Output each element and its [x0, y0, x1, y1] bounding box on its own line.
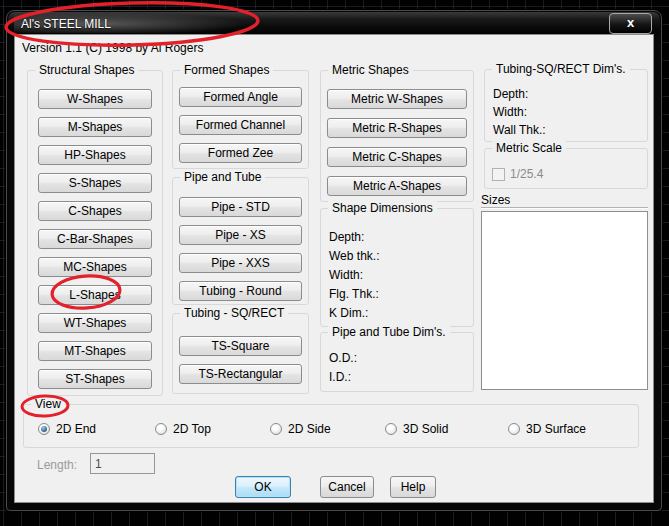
radio-3d-surface-label: 3D Surface	[526, 422, 586, 436]
formed-shapes-group: Formed Shapes Formed Angle Formed Channe…	[172, 70, 309, 169]
sizes-listbox[interactable]	[481, 211, 648, 390]
radio-2d-top[interactable]: 2D Top	[155, 422, 211, 436]
ts-rectangular-button[interactable]: TS-Rectangular	[179, 364, 302, 384]
pipe-tube-dims-group: Pipe and Tube Dim's. O.D.: I.D.:	[320, 332, 474, 392]
wt-shapes-button[interactable]: WT-Shapes	[38, 313, 152, 333]
radio-3d-surface[interactable]: 3D Surface	[508, 422, 586, 436]
view-group: View 2D End 2D Top 2D Side 3D Solid 3D S…	[23, 404, 639, 448]
radio-2d-end-label: 2D End	[56, 422, 96, 436]
s-shapes-button[interactable]: S-Shapes	[38, 173, 152, 193]
pipe-od-label: O.D.:	[329, 349, 473, 368]
pipe-xs-button[interactable]: Pipe - XS	[179, 225, 302, 245]
radio-2d-side-label: 2D Side	[288, 422, 331, 436]
c-shapes-button[interactable]: C-Shapes	[38, 201, 152, 221]
mt-shapes-button[interactable]: MT-Shapes	[38, 341, 152, 361]
dialog-client-area: Version 1.1 (C) 1998 by Al Rogers Struct…	[14, 34, 654, 503]
tubing-wall-thk-label: Wall Thk.:	[493, 121, 647, 139]
metric-scale-checkbox-row: 1/25.4	[492, 167, 543, 181]
metric-w-shapes-button[interactable]: Metric W-Shapes	[327, 89, 467, 109]
version-text: Version 1.1 (C) 1998 by Al Rogers	[22, 41, 203, 55]
cancel-button[interactable]: Cancel	[320, 476, 374, 498]
sizes-divider	[481, 207, 648, 209]
dialog-title: Al's STEEL MILL	[21, 17, 111, 31]
formed-channel-button[interactable]: Formed Channel	[179, 115, 302, 135]
metric-scale-checkbox[interactable]	[492, 168, 505, 181]
metric-shapes-group: Metric Shapes Metric W-Shapes Metric R-S…	[320, 70, 474, 202]
radio-button-icon	[270, 423, 282, 435]
radio-button-icon	[385, 423, 397, 435]
help-button[interactable]: Help	[390, 476, 436, 498]
ok-button[interactable]: OK	[235, 476, 291, 498]
hp-shapes-button[interactable]: HP-Shapes	[38, 145, 152, 165]
steel-mill-dialog: Al's STEEL MILL x Version 1.1 (C) 1998 b…	[6, 10, 662, 511]
pipe-and-tube-group: Pipe and Tube Pipe - STD Pipe - XS Pipe …	[172, 177, 309, 305]
ts-square-button[interactable]: TS-Square	[179, 336, 302, 356]
metric-scale-checkbox-label: 1/25.4	[510, 167, 543, 181]
shape-depth-label: Depth:	[329, 228, 473, 247]
c-bar-shapes-button[interactable]: C-Bar-Shapes	[38, 229, 152, 249]
radio-button-icon	[155, 423, 167, 435]
tubing-dims-group: Tubing-SQ/RECT Dim's. Depth: Width: Wall…	[484, 69, 648, 142]
radio-2d-end[interactable]: 2D End	[38, 422, 96, 436]
pipe-std-button[interactable]: Pipe - STD	[179, 197, 302, 217]
radio-3d-solid[interactable]: 3D Solid	[385, 422, 448, 436]
metric-scale-group-title: Metric Scale	[492, 141, 566, 155]
metric-c-shapes-button[interactable]: Metric C-Shapes	[327, 147, 467, 167]
st-shapes-button[interactable]: ST-Shapes	[38, 369, 152, 389]
pipe-xxs-button[interactable]: Pipe - XXS	[179, 253, 302, 273]
metric-scale-group: Metric Scale 1/25.4	[484, 148, 648, 189]
l-shapes-button[interactable]: L-Shapes	[38, 285, 152, 305]
tubing-width-label: Width:	[493, 103, 647, 121]
close-button[interactable]: x	[609, 13, 652, 34]
radio-3d-solid-label: 3D Solid	[403, 422, 448, 436]
formed-zee-button[interactable]: Formed Zee	[179, 143, 302, 163]
close-icon: x	[627, 15, 634, 30]
mc-shapes-button[interactable]: MC-Shapes	[38, 257, 152, 277]
view-group-title: View	[31, 397, 65, 411]
metric-r-shapes-button[interactable]: Metric R-Shapes	[327, 118, 467, 138]
sizes-label: Sizes	[481, 193, 510, 207]
dialog-titlebar[interactable]: Al's STEEL MILL	[8, 12, 660, 35]
m-shapes-button[interactable]: M-Shapes	[38, 117, 152, 137]
length-input[interactable]	[90, 453, 155, 474]
metric-a-shapes-button[interactable]: Metric A-Shapes	[327, 176, 467, 196]
shape-flg-thk-label: Flg. Thk.:	[329, 285, 473, 304]
tubing-round-button[interactable]: Tubing - Round	[179, 281, 302, 301]
shape-k-dim-label: K Dim.:	[329, 304, 473, 323]
structural-shapes-group: Structural Shapes W-Shapes M-Shapes HP-S…	[27, 70, 163, 396]
length-label: Length:	[37, 458, 77, 472]
w-shapes-button[interactable]: W-Shapes	[38, 89, 152, 109]
formed-angle-button[interactable]: Formed Angle	[179, 87, 302, 107]
tubing-depth-label: Depth:	[493, 85, 647, 103]
pipe-id-label: I.D.:	[329, 368, 473, 387]
shape-web-thk-label: Web thk.:	[329, 247, 473, 266]
radio-button-icon	[508, 423, 520, 435]
shape-dimensions-group: Shape Dimensions Depth: Web thk.: Width:…	[320, 208, 474, 327]
tubing-sq-rect-group: Tubing - SQ/RECT TS-Square TS-Rectangula…	[172, 313, 309, 394]
shape-width-label: Width:	[329, 266, 473, 285]
radio-button-icon	[38, 423, 50, 435]
radio-2d-top-label: 2D Top	[173, 422, 211, 436]
radio-2d-side[interactable]: 2D Side	[270, 422, 331, 436]
